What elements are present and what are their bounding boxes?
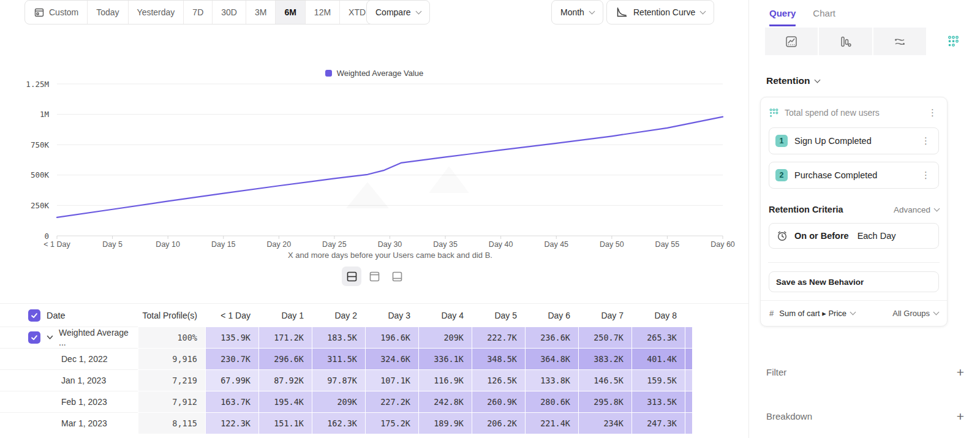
save-as-new-behavior-button[interactable]: Save as New Behavior [769, 271, 939, 292]
svg-text:Day 55: Day 55 [655, 240, 680, 249]
range-label: Yesterday [137, 7, 175, 17]
retention-value-cell: 107.1K [365, 369, 418, 391]
range-3m[interactable]: 3M [246, 1, 275, 24]
retention-section-header[interactable]: Retention [766, 75, 820, 86]
chevron-down-icon [815, 77, 821, 83]
retention-report-tab[interactable] [927, 28, 980, 55]
retention-value-cell: 222.7K [472, 327, 525, 348]
table-view-toggle[interactable] [387, 266, 407, 286]
measure-dropdown[interactable]: Sum of cart ▸ Price [779, 309, 887, 318]
granularity-button[interactable]: Month [551, 0, 603, 25]
criteria-condition-row[interactable]: On or Before Each Day [769, 223, 939, 249]
retention-icon [947, 35, 960, 48]
svg-text:Day 60: Day 60 [710, 240, 735, 249]
query-panel: Query Chart [748, 0, 980, 438]
chart-type-button[interactable]: Retention Curve [606, 0, 714, 25]
chevron-down-icon [415, 8, 421, 14]
insights-report-tab[interactable] [765, 28, 818, 55]
header-day-5[interactable]: Day 5 [472, 304, 525, 327]
filter-row: Filter + [766, 366, 964, 379]
cohort-date-label: Mar 1, 2023 [61, 418, 107, 428]
retention-value-cell: 162.3K [312, 412, 365, 434]
retention-value-cell: 280.6K [525, 391, 578, 412]
range-label: Custom [49, 7, 78, 17]
chevron-down-icon [934, 205, 940, 211]
split-view-toggle[interactable] [342, 266, 361, 286]
row-checkbox[interactable] [28, 331, 40, 344]
groups-dropdown[interactable]: All Groups [892, 309, 938, 318]
flows-report-tab[interactable] [873, 28, 926, 55]
header-day-8[interactable]: Day 8 [631, 304, 685, 327]
total-profiles-cell: 8,115 [138, 412, 205, 434]
criteria-mode-dropdown[interactable]: Advanced [894, 205, 939, 214]
range-label: Today [96, 7, 119, 17]
row-label-cell: Weighted Average ... [0, 327, 138, 348]
header-total-profiles[interactable]: Total Profile(s) [138, 304, 205, 327]
header-day-0[interactable]: < 1 Day [205, 304, 258, 327]
range-6m[interactable]: 6M [275, 1, 304, 24]
retention-value-cell: 324.6K [365, 348, 418, 369]
behavior-title: Total spend of new users [785, 108, 921, 118]
range-30d[interactable]: 30D [212, 1, 246, 24]
kebab-menu-icon[interactable]: ⋮ [919, 135, 932, 146]
retention-value-cell: 122.3K [205, 412, 258, 434]
header-day-4[interactable]: Day 4 [418, 304, 472, 327]
layout-toggle-group [0, 266, 748, 286]
range-label: 7D [192, 7, 203, 17]
step-purchase-completed[interactable]: 2 Purchase Completed ⋮ [769, 162, 939, 189]
header-day-6[interactable]: Day 6 [525, 304, 578, 327]
range-7d[interactable]: 7D [183, 1, 212, 24]
step-number-badge: 1 [775, 135, 788, 147]
range-label: XTD [349, 7, 366, 17]
retention-value-cell: 364.8K [525, 348, 578, 369]
row-label-cell: Dec 1, 2022 [0, 348, 138, 369]
panel-tabs: Query Chart [769, 8, 835, 26]
kebab-menu-icon[interactable]: ⋮ [919, 170, 932, 181]
retention-value-cell: 67.99K [205, 369, 258, 391]
table-row: Jan 1, 20237,21967.99K87.92K97.87K107.1K… [0, 369, 748, 391]
retention-value-cell-partial [685, 327, 692, 348]
total-profiles-cell: 9,916 [138, 348, 205, 369]
header-day-7[interactable]: Day 7 [578, 304, 631, 327]
header-day-2[interactable]: Day 2 [312, 304, 365, 327]
svg-text:250K: 250K [31, 201, 50, 210]
tab-query[interactable]: Query [769, 8, 796, 26]
retention-table: DateTotal Profile(s)< 1 DayDay 1Day 2Day… [0, 303, 748, 434]
section-label: Retention [766, 75, 810, 86]
header-date[interactable]: Date [0, 304, 138, 327]
total-profiles-cell: 100% [138, 327, 205, 348]
range-12m[interactable]: 12M [305, 1, 339, 24]
step-label: Sign Up Completed [794, 136, 913, 146]
row-checkbox[interactable] [28, 309, 40, 322]
add-breakdown-button[interactable]: + [957, 410, 964, 423]
range-yesterday[interactable]: Yesterday [128, 1, 184, 24]
chevron-down-icon [933, 309, 940, 315]
svg-text:750K: 750K [31, 140, 50, 149]
add-filter-button[interactable]: + [957, 366, 964, 379]
compare-button[interactable]: Compare [366, 0, 430, 25]
funnels-report-tab[interactable] [819, 28, 872, 55]
cohort-date-label: Jan 1, 2023 [61, 376, 106, 385]
range-custom[interactable]: Custom [25, 1, 87, 24]
range-today[interactable]: Today [87, 1, 127, 24]
header-day-1[interactable]: Day 1 [258, 304, 312, 327]
range-label: 12M [314, 7, 331, 17]
svg-text:1M: 1M [40, 110, 49, 119]
behavior-card: Total spend of new users ⋮ 1 Sign Up Com… [760, 97, 948, 327]
retention-curve-chart[interactable]: 0250K500K750K1M1.25M< 1 DayDay 5Day 10Da… [0, 77, 748, 264]
svg-text:Day 20: Day 20 [267, 240, 292, 249]
kebab-menu-icon[interactable]: ⋮ [926, 107, 939, 118]
retention-value-cell: 295.8K [578, 391, 631, 412]
retention-value-cell: 247.3K [631, 412, 685, 434]
legend-swatch [325, 70, 332, 77]
retention-value-cell: 163.7K [205, 391, 258, 412]
line-chart-svg: 0250K500K750K1M1.25M< 1 DayDay 5Day 10Da… [0, 77, 748, 262]
chart-view-toggle[interactable] [364, 266, 384, 286]
retention-value-cell: 311.5K [312, 348, 365, 369]
svg-text:Day 15: Day 15 [211, 240, 236, 249]
step-sign-up-completed[interactable]: 1 Sign Up Completed ⋮ [769, 127, 939, 154]
toolbar: CustomTodayYesterday7D30D3M6M12MXTD Comp… [0, 0, 748, 25]
header-day-3[interactable]: Day 3 [365, 304, 418, 327]
tab-chart[interactable]: Chart [813, 8, 835, 26]
chevron-down-icon[interactable] [47, 335, 53, 340]
